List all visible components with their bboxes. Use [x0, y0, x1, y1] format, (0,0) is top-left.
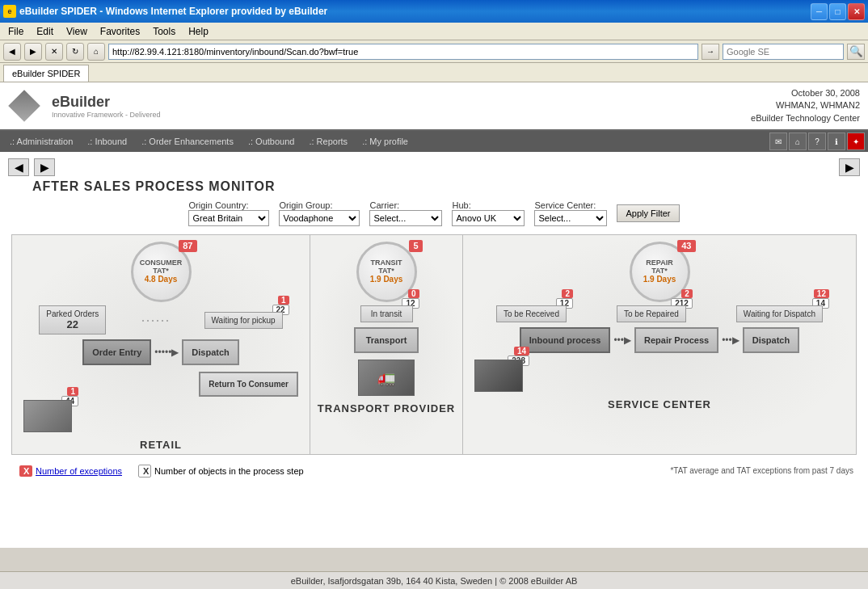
go-button[interactable]: → — [702, 44, 719, 60]
search-input[interactable] — [723, 44, 844, 60]
consumer-tat: CONSUMERTAT* 4.8 Days 87 — [131, 242, 192, 302]
close-button[interactable]: ✕ — [848, 3, 865, 20]
toolbar: ◀ ▶ ▶ — [8, 158, 860, 176]
origin-group-select[interactable]: Voodaphone — [279, 210, 360, 226]
search-button[interactable]: 🔍 — [847, 44, 865, 60]
tab-label: eBuilder SPIDER — [12, 69, 80, 78]
minimize-button[interactable]: ─ — [811, 3, 828, 20]
menu-help[interactable]: Help — [182, 24, 215, 39]
transport-thumbnail: 🚛 — [358, 360, 415, 396]
nav-icon-info[interactable]: ℹ — [828, 133, 845, 150]
menu-file[interactable]: File — [2, 24, 30, 39]
menu-edit[interactable]: Edit — [30, 24, 60, 39]
browser-tab[interactable]: eBuilder SPIDER — [3, 65, 89, 82]
address-bar: ◀ ▶ ✕ ↻ ⌂ → 🔍 — [0, 40, 868, 63]
to-be-received-box[interactable]: To be Received — [496, 305, 567, 322]
menu-view[interactable]: View — [60, 24, 94, 39]
footer: eBuilder, Isafjordsgatan 39b, 164 40 Kis… — [0, 571, 868, 589]
nav-icon-settings[interactable]: ✦ — [847, 133, 865, 150]
repair-process-label: Repair Process — [644, 335, 709, 345]
main-content: ◀ ▶ ▶ AFTER SALES PROCESS MONITOR Origin… — [0, 152, 868, 548]
header-date: October 30, 2008 — [751, 87, 860, 99]
refresh-button[interactable]: ↻ — [66, 43, 84, 61]
tabs-bar: eBuilder SPIDER — [0, 63, 868, 82]
header-info: October 30, 2008 WHMAN2, WHMAN2 eBuilder… — [751, 87, 860, 124]
service-center-select[interactable]: Select... — [534, 210, 607, 226]
title-bar: e eBuilder SPIDER - Windows Internet Exp… — [0, 0, 868, 23]
waiting-dispatch-label: Waiting for Dispatch — [744, 309, 815, 318]
nav-icon-home[interactable]: ⌂ — [789, 133, 807, 150]
forward-button[interactable]: ▶ — [24, 43, 42, 61]
header-center: eBuilder Technology Center — [751, 112, 860, 124]
order-entry-box[interactable]: Order Entry — [82, 339, 151, 365]
waiting-dispatch-exceptions: 12 — [814, 289, 829, 298]
dispatch-box-service[interactable]: Dispatch — [743, 327, 799, 353]
toolbar-back[interactable]: ◀ — [8, 158, 29, 176]
origin-country-select[interactable]: Great Britain — [188, 210, 269, 226]
origin-group-label: Origin Group: — [279, 200, 360, 210]
menu-bar: File Edit View Favorites Tools Help — [0, 23, 868, 40]
to-be-repaired-box[interactable]: To be Repaired — [617, 305, 686, 322]
retail-exceptions: 1 — [67, 387, 78, 396]
nav-inbound[interactable]: .: Inbound — [81, 133, 133, 149]
transport-title: TRANSPORT PROVIDER — [314, 402, 459, 414]
waiting-pickup-box[interactable]: Waiting for pickup — [204, 312, 283, 329]
nav-administration[interactable]: .: Administration — [3, 133, 79, 149]
consumer-tat-exceptions: 87 — [179, 240, 196, 252]
transport-section: TRANSITTAT* 1.9 Days 5 0 12 In transit — [310, 234, 463, 455]
exception-label: Number of exceptions — [36, 466, 122, 476]
retail-section: CONSUMERTAT* 4.8 Days 87 Parked Orders 2… — [11, 234, 310, 455]
toolbar-right[interactable]: ▶ — [839, 158, 860, 176]
repair-process-box[interactable]: Repair Process — [634, 327, 718, 353]
transit-tat-exceptions: 5 — [409, 240, 422, 252]
dispatch-box-retail[interactable]: Dispatch — [182, 339, 238, 365]
page-title: AFTER SALES PROCESS MONITOR — [32, 179, 860, 194]
nav-order-enhancements[interactable]: .: Order Enhancements — [135, 133, 240, 149]
nav-reports[interactable]: .: Reports — [302, 133, 354, 149]
dispatch-label-service: Dispatch — [752, 335, 790, 345]
menu-tools[interactable]: Tools — [146, 24, 182, 39]
normal-icon: X — [138, 465, 151, 478]
retail-thumbnail — [23, 400, 72, 432]
inbound-process-label: Inbound process — [529, 335, 601, 345]
return-consumer-box[interactable]: Return To Consumer — [199, 372, 298, 397]
waiting-pickup-label: Waiting for pickup — [212, 316, 276, 325]
window-title: eBuilder SPIDER - Windows Internet Explo… — [19, 6, 327, 17]
back-button[interactable]: ◀ — [3, 43, 21, 61]
inbound-process-box[interactable]: Inbound process — [520, 327, 611, 353]
hub-label: Hub: — [452, 200, 525, 210]
home-button[interactable]: ⌂ — [87, 43, 105, 61]
carrier-select[interactable]: Select... — [369, 210, 442, 226]
consumer-tat-days: 4.8 Days — [145, 275, 178, 284]
repair-tat-days: 1.9 Days — [643, 275, 676, 284]
waiting-exceptions: 1 — [278, 296, 289, 305]
footer-text: eBuilder, Isafjordsgatan 39b, 164 40 Kis… — [291, 576, 578, 586]
toolbar-forward[interactable]: ▶ — [34, 158, 55, 176]
to-be-repaired-exceptions: 2 — [681, 289, 693, 298]
address-input[interactable] — [108, 44, 698, 60]
hub-select[interactable]: Anovo UK — [452, 210, 525, 226]
service-section: REPAIRTAT* 1.9 Days 43 2 12 To be Receiv… — [462, 234, 857, 455]
to-be-received-label: To be Received — [504, 309, 559, 318]
apply-filter-button[interactable]: Apply Filter — [617, 204, 679, 222]
nav-icon-help[interactable]: ? — [808, 133, 826, 150]
nav-icon-email[interactable]: ✉ — [769, 133, 787, 150]
origin-country-label: Origin Country: — [188, 200, 269, 210]
stop-button[interactable]: ✕ — [45, 43, 63, 61]
menu-favorites[interactable]: Favorites — [94, 24, 146, 39]
logo-subtext: Innovative Framework - Delivered — [52, 111, 161, 119]
in-transit-box[interactable]: In transit — [360, 305, 413, 322]
maximize-button[interactable]: □ — [829, 3, 846, 20]
to-be-repaired-label: To be Repaired — [624, 309, 679, 318]
transport-box[interactable]: Transport — [354, 327, 419, 353]
transport-label: Transport — [364, 335, 409, 345]
service-thumbnail — [474, 360, 523, 392]
normal-label: Number of objects in the process step — [154, 466, 304, 476]
return-consumer-label: Return To Consumer — [209, 380, 289, 389]
legend: X Number of exceptions X Number of objec… — [11, 465, 304, 478]
waiting-dispatch-box[interactable]: Waiting for Dispatch — [736, 305, 823, 322]
nav-outbound[interactable]: .: Outbound — [242, 133, 301, 149]
parked-orders-box[interactable]: Parked Orders 22 — [39, 305, 106, 334]
nav-bar: .: Administration .: Inbound .: Order En… — [0, 131, 868, 152]
nav-my-profile[interactable]: .: My profile — [356, 133, 415, 149]
